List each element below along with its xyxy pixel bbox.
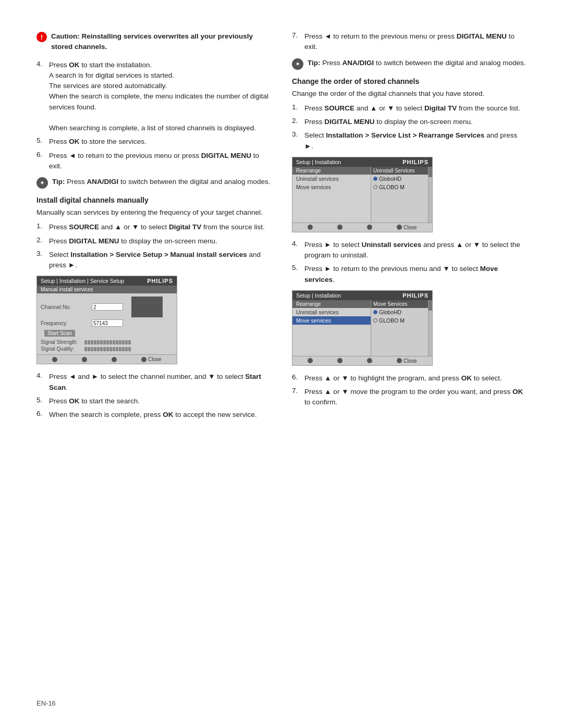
sub-step-1-right: 1. Press SOURCE and ▲ or ▼ to select Dig… (292, 103, 527, 114)
tv-list-row-uninstall-3: Uninstall services (292, 308, 371, 316)
tip-text: Tip: Press ANA/DIGI to switch between th… (52, 177, 271, 187)
step-4-right: 4. Press ► to select Uninstall services … (292, 240, 527, 261)
step-content: Press OK to start the search. (49, 396, 271, 406)
tv-list-row-empty-3 (292, 204, 371, 210)
philips-logo-2: PHILIPS (402, 159, 429, 165)
signal-strength-label: Signal Strength: (41, 339, 82, 345)
step-7-right-b: 7. Press ▲ or ▼ move the program to the … (292, 387, 527, 408)
step-content: Select Installation > Service Setup > Ma… (49, 250, 271, 271)
caution-text: Caution: Reinstalling services overwrite… (51, 31, 271, 53)
signal-strength-bars (84, 340, 131, 344)
start-scan-button[interactable]: Start Scan (44, 330, 75, 337)
philips-logo: PHILIPS (147, 278, 173, 284)
step-num: 6. (36, 151, 46, 158)
tv-screen-2-right-panel: Uninstall Services GloboHD GLOBO M (371, 167, 428, 223)
step-content: Press OK to start the installation. A se… (49, 60, 271, 134)
tv-right-row-1: GloboHD (371, 175, 428, 183)
caution-icon: ! (36, 32, 47, 42)
tv-scrollbar-2 (428, 167, 432, 223)
scroll-thumb-3 (429, 300, 432, 311)
tv-screen-3-bottom: Close (292, 356, 432, 365)
tv-list-row-empty-2 (292, 198, 371, 204)
tv-close-dot-2 (397, 225, 402, 230)
tv-close-dot (141, 357, 146, 362)
tv-list-row-empty-5 (292, 216, 371, 223)
step-content: Press ▲ or ▼ to highlight the program, a… (304, 373, 527, 384)
right-column: 7. Press ◄ to return to the previous men… (292, 31, 527, 697)
page: ! Caution: Reinstalling services overwri… (0, 0, 563, 728)
step-content: Press ◄ and ► to select the channel numb… (49, 372, 271, 393)
channel-no-label: Channel No. (41, 304, 88, 310)
radio-dot-1 (373, 177, 377, 181)
channel-no-field: Channel No. 2 (37, 295, 177, 318)
step-num: 7. (292, 31, 301, 39)
page-number: EN-16 (36, 699, 56, 707)
tv-right3-spacer (371, 325, 428, 356)
section-intro-rearrange: Change the order of the digital channels… (292, 89, 527, 99)
tv-btn-dot-9 (367, 358, 372, 363)
step-6-left: 6. Press ◄ to return to the previous men… (36, 151, 271, 172)
tv-screen-1-bottom: Close (37, 354, 177, 364)
tv-screen-3-right-panel: Move Services GloboHD GLOBO M (371, 300, 428, 356)
nav-label: Move services (296, 317, 340, 324)
step-content: Press DIGITAL MENU to display the on-scr… (49, 236, 271, 246)
frequency-value: 57143 (92, 319, 123, 327)
tv-screen-2: Setup | Installation PHILIPS Rearrange U… (292, 157, 433, 232)
step-content: Press OK to store the services. (49, 137, 271, 147)
section-heading-manual: Install digital channels manually (36, 196, 271, 204)
tv-close-dot-3 (397, 358, 402, 363)
tv-btn-dot-4 (308, 225, 313, 230)
tv-close-label-3: Close (403, 358, 417, 364)
nav-label: Uninstall services (296, 176, 340, 182)
tv-header-path: Setup | Installation | Service Setup (41, 278, 124, 284)
tv-list-row-move-3: Move services (292, 316, 371, 325)
signal-quality-label: Signal Quality: (41, 346, 82, 352)
sub-step-2-left: 2. Press DIGITAL MENU to display the on-… (36, 236, 271, 246)
tv-screen-1: Setup | Installation | Service Setup PHI… (36, 276, 177, 364)
step-4-left: 4. Press OK to start the installation. A… (36, 60, 271, 134)
left-column: ! Caution: Reinstalling services overwri… (36, 31, 271, 697)
tv-list-row-e4 (292, 343, 371, 350)
tip-text-right: Tip: Press ANA/DIGI to switch between th… (308, 58, 527, 68)
tv-screen-3: Setup | Installation PHILIPS Rearrange U… (292, 290, 433, 366)
sub-step-1-left: 1. Press SOURCE and ▲ or ▼ to select Dig… (36, 222, 271, 232)
step-num: 2. (292, 117, 301, 125)
tip-icon-right: ✦ (292, 58, 303, 70)
tv-btn-dot-8 (337, 358, 342, 363)
tv-right3-row-2: GLOBO M (371, 316, 428, 325)
tv-btn-dot-1 (52, 357, 57, 362)
tip-box-right: ✦ Tip: Press ANA/DIGI to switch between … (292, 58, 527, 70)
step-content: Press ◄ to return to the previous menu o… (49, 151, 271, 172)
radio-dot-2 (373, 185, 377, 189)
step-num: 5. (36, 396, 46, 404)
tv-right-spacer (371, 191, 428, 223)
tv-list-row-uninstall: Uninstall services (292, 175, 371, 183)
step-7-right: 7. Press ◄ to return to the previous men… (292, 31, 527, 53)
tv-screen-3-body: Uninstall services Move services (292, 308, 371, 356)
tv-close-label-2: Close (403, 225, 417, 230)
tv-list-row-e5 (292, 350, 371, 356)
tv-list-row-e3 (292, 337, 371, 343)
close-btn-area-3: Close (397, 358, 417, 364)
step-num: 4. (292, 240, 301, 248)
tv-screen-2-subheader-rearrange: Rearrange (292, 167, 371, 175)
tv-list-row-move: Move services (292, 183, 371, 191)
step-content: Press ► to return to the previous menu a… (304, 264, 527, 285)
step-num: 2. (36, 236, 46, 244)
sub-step-3-left: 3. Select Installation > Service Setup >… (36, 250, 271, 271)
step-num: 5. (292, 264, 301, 272)
step-content: Press ► to select Uninstall services and… (304, 240, 527, 261)
step-5-left-b: 5. Press OK to start the search. (36, 396, 271, 406)
channel-no-value: 2 (92, 303, 123, 311)
close-btn-area: Close (141, 356, 162, 362)
step-4-left-b: 4. Press ◄ and ► to select the channel n… (36, 372, 271, 393)
signal-quality-bars (84, 347, 131, 351)
tv-btn-dot-3 (112, 357, 117, 362)
signal-strength-row: Signal Strength: (37, 339, 177, 346)
scroll-thumb-2 (429, 167, 432, 177)
step-num: 6. (292, 373, 301, 381)
step-num: 7. (292, 387, 301, 394)
step-5-left: 5. Press OK to store the services. (36, 137, 271, 147)
tv-screen-3-subheader: Rearrange (292, 300, 371, 308)
frequency-label: Frequency (41, 320, 88, 326)
